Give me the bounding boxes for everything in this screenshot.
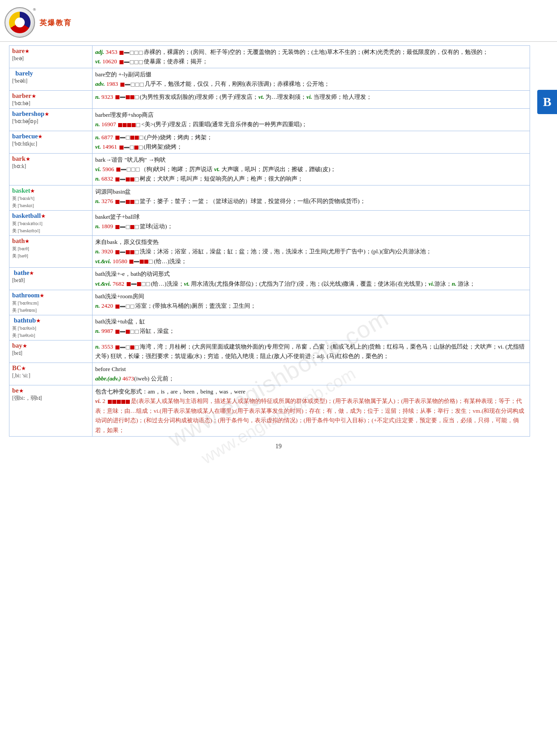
word-cell-bark: bark★ [bɑːk]	[9, 153, 93, 185]
def-bark-2: n. 6832 树皮；犬吠声；吼叫声；短促响亮的人声；枪声；很大的响声；	[95, 174, 527, 183]
pron-bathtub-us: 美 ['bæθtʌb]	[12, 333, 35, 338]
def-cell-barber: n. 9323 (为男性剪发或刮脸的)理发师；(男子)理发店；vt. 为…理发剃…	[93, 90, 530, 108]
def-bath-1: n. 3920 洗澡；沐浴；浴室，浴缸，澡盆；缸；盆；池；浸，泡，洗澡水；卫生间…	[95, 247, 527, 256]
logo-inner	[9, 12, 31, 33]
entry-barber: barber★ ['bɑːbə] n. 9323 (为男性剪发或刮脸的)理发师；…	[9, 90, 530, 108]
def-bathroom-1: n. 2420 浴室；(带抽水马桶的)厕所；盥洗室；卫生间；	[95, 301, 527, 310]
star-be: ★	[19, 388, 24, 394]
page-container: www.engishbomb.com www.englishbomb.com ®…	[0, 0, 557, 756]
pron-basket-us: 美 ['bæskɪt]	[12, 203, 34, 208]
def-be-1: vi. 2 是(表示某人或某物与主语相同，描述某人或某物的特征或所属的群体或类型…	[95, 396, 527, 435]
logo-circle	[4, 7, 35, 38]
word-barber: barber	[12, 92, 31, 99]
word-cell-bathtub: bathtub★ 英 ['bɑːθtʌb] 美 ['bæθtʌb]	[9, 315, 93, 340]
def-cell-bc: before Christ abbr.(adv.) 4673(iweb) 公元前…	[93, 363, 530, 385]
pron-bc: [ˌbiː 'siː]	[12, 373, 30, 378]
def-bc-1: abbr.(adv.) 4673(iweb) 公元前；	[95, 374, 527, 383]
def-cell-basket: 词源同basin盆 n. 3276 篮子；篓子；筐子；一篮；（篮球运动的）球篮，…	[93, 185, 530, 210]
pron-barbecue: ['bɑːbɪkjuː]	[12, 141, 37, 146]
word-cell-barbecue: barbecue★ ['bɑːbɪkjuː]	[9, 131, 93, 153]
def-barbecue-1: n. 6877 (户外)烧烤；烤肉；烤架；	[95, 133, 527, 142]
entry-bathe: bathe★ [beɪð] bath洗澡+-e，bath的动词形式 vt.&vi…	[9, 268, 530, 290]
def-cell-bathtub: bath洗澡+tub盆，缸 n. 9987 浴缸，澡盆；	[93, 315, 530, 340]
entry-bath: bath★ 英 [bɑːθ] 美 [bæθ] 来自bask，原义仅指变热 n. …	[9, 235, 530, 267]
pron-basket-uk: 英 ['bɑːsk²t]	[12, 196, 35, 201]
b-tab: B	[537, 90, 557, 114]
entry-bathtub: bathtub★ 英 ['bɑːθtʌb] 美 ['bæθtʌb] bath洗澡…	[9, 315, 530, 340]
def-bark-1: vi. 5906 （狗)吠叫；咆哮；厉声说话 vt. 大声嚷，吼叫；厉声说出；擦…	[95, 164, 527, 174]
def-cell-barbershop: barber理发师+shop商店 n. 16907 <美>(男子)理发店；四重唱…	[93, 108, 530, 131]
entry-bay: bay★ [beɪ] n. 3553 海湾，湾；月桂树；(大房间里面或建筑物外面…	[9, 340, 530, 363]
def-cell-bathe: bath洗澡+-e，bath的动词形式 vt.&vi. 7682 (给…)洗澡；…	[93, 268, 530, 290]
def-bath-0: 来自bask，原义仅指变热	[95, 237, 527, 247]
word-basket: basket	[12, 187, 30, 194]
entry-bare: bare★ [beə] adj. 3453 赤裸的，裸露的；(房间、柜子等)空的…	[9, 46, 530, 68]
pron-bath-us: 美 [bæθ]	[12, 253, 28, 258]
content: bare★ [beə] adj. 3453 赤裸的，裸露的；(房间、柜子等)空的…	[0, 44, 557, 438]
word-cell-bathroom: bathroom★ 英 ['bɑːθruːm] 美 ['bæθrʊm]	[9, 290, 93, 315]
def-cell-bay: n. 3553 海湾，湾；月桂树；(大房间里面或建筑物外面的)专用空间，吊窗，凸…	[93, 340, 530, 363]
def-basketball-1: n. 1809 篮球(运动)；	[95, 221, 527, 231]
star-bathe: ★	[29, 270, 34, 276]
entry-basket: basket★ 英 ['bɑːsk²t] 美 ['bæskɪt] 词源同basi…	[9, 185, 530, 210]
def-bc-0: before Christ	[95, 364, 527, 374]
star-bathroom: ★	[40, 292, 44, 299]
def-barely-0: bare空的 +-ly副词后缀	[95, 70, 527, 79]
word-cell-bathe: bathe★ [beɪð]	[9, 268, 93, 290]
word-cell-bare: bare★ [beə]	[9, 46, 93, 68]
pron-barbershop: ['bɑːbəʃɒp]	[12, 119, 38, 124]
word-bay: bay	[12, 342, 22, 349]
word-cell-barbershop: barbershop★ ['bɑːbəʃɒp]	[9, 108, 93, 131]
def-bathe-1: vt.&vi. 7682 (给…)洗澡；vt. 用水清洗(尤指身体部位)；(尤指…	[95, 279, 527, 288]
word-bath: bath	[12, 237, 25, 244]
dict-table: bare★ [beə] adj. 3453 赤裸的，裸露的；(房间、柜子等)空的…	[9, 45, 530, 437]
entry-bc: BC★ [ˌbiː 'siː] before Christ abbr.(adv.…	[9, 363, 530, 385]
logo-reg: ®	[33, 7, 36, 12]
logo: ®	[4, 7, 36, 39]
word-bare: bare	[12, 47, 25, 54]
def-cell-basketball: basket篮子+ball球 n. 1809 篮球(运动)；	[93, 210, 530, 235]
def-barely-1: adv. 1983 几乎不，勉强才能，仅仅，只有，刚刚(表示强调)；赤裸裸地；公…	[95, 79, 527, 88]
pron-basketball-uk: 英 ['bɑːskɪtbɔːl]	[12, 221, 42, 226]
brand-text: 英爆教育	[40, 18, 72, 28]
def-bathroom-0: bath洗澡+room房间	[95, 292, 527, 301]
def-cell-barbecue: n. 6877 (户外)烧烤；烤肉；烤架； vt. 14961 (用烤架)烧烤；	[93, 131, 530, 153]
def-bath-2: vt.&vi. 10580 (给…)洗澡；	[95, 256, 527, 266]
page-number: 19	[0, 438, 557, 455]
word-cell-bath: bath★ 英 [bɑːθ] 美 [bæθ]	[9, 235, 93, 267]
word-basketball: basketball	[12, 212, 41, 219]
star-bark: ★	[26, 156, 31, 162]
pron-bathroom-us: 美 ['bæθrʊm]	[12, 308, 37, 313]
word-bathe: bathe	[12, 269, 29, 276]
entry-bathroom: bathroom★ 英 ['bɑːθruːm] 美 ['bæθrʊm] bath…	[9, 290, 530, 315]
def-bathe-0: bath洗澡+-e，bath的动词形式	[95, 269, 527, 279]
word-bc: BC	[12, 364, 21, 371]
word-barbecue: barbecue	[12, 133, 38, 140]
logo-center	[15, 18, 25, 27]
word-bathtub: bathtub	[12, 317, 36, 324]
word-cell-bay: bay★ [beɪ]	[9, 340, 93, 363]
star-bare: ★	[25, 48, 30, 54]
pron-bathroom-uk: 英 ['bɑːθruːm]	[12, 301, 39, 305]
def-basket-1: n. 3276 篮子；篓子；筐子；一篮；（篮球运动的）球篮，投篮得分；一组(不同…	[95, 196, 527, 206]
entry-barbershop: barbershop★ ['bɑːbəʃɒp] barber理发师+shop商店…	[9, 108, 530, 131]
def-cell-bathroom: bath洗澡+room房间 n. 2420 浴室；(带抽水马桶的)厕所；盥洗室；…	[93, 290, 530, 315]
pron-bath-uk: 英 [bɑːθ]	[12, 246, 29, 251]
def-basketball-0: basket篮子+ball球	[95, 212, 527, 221]
word-bark: bark	[12, 155, 26, 162]
word-cell-basketball: basketball★ 英 ['bɑːskɪtbɔːl] 美 ['bæskɪtb…	[9, 210, 93, 235]
entry-basketball: basketball★ 英 ['bɑːskɪtbɔːl] 美 ['bæskɪtb…	[9, 210, 530, 235]
def-cell-bath: 来自bask，原义仅指变热 n. 3920 洗澡；沐浴；浴室，浴缸，澡盆；缸；盆…	[93, 235, 530, 267]
word-cell-barely: barely ['beəli]	[9, 68, 93, 90]
def-cell-bark: bark→谐音 "吠儿狗" →狗吠 vi. 5906 （狗)吠叫；咆哮；厉声说话…	[93, 153, 530, 185]
def-bathtub-0: bath洗澡+tub盆，缸	[95, 317, 527, 326]
def-barbershop-1: n. 16907 <美>(男子)理发店；四重唱(通常无音乐伴奏的一种男声四重唱)…	[95, 119, 527, 129]
star-bc: ★	[21, 365, 26, 371]
def-cell-bare: adj. 3453 赤裸的，裸露的；(房间、柜子等)空的；无覆盖物的；无装饰的；…	[93, 46, 530, 68]
star-bay: ★	[22, 343, 27, 349]
star-basket: ★	[30, 188, 35, 194]
header: ® 英爆教育	[0, 4, 557, 42]
pron-barber: ['bɑːbə]	[12, 101, 30, 106]
def-barber-1: n. 9323 (为男性剪发或刮脸的)理发师；(男子)理发店；vt. 为…理发剃…	[95, 92, 527, 102]
def-bay-1: n. 3553 海湾，湾；月桂树；(大房间里面或建筑物外面的)专用空间，吊窗，凸…	[95, 342, 527, 361]
